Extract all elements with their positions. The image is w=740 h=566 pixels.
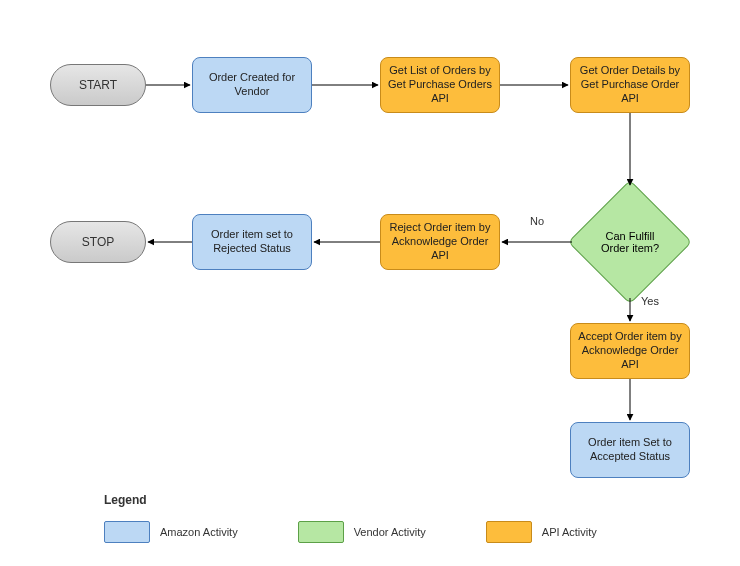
legend-label-amazon: Amazon Activity [160, 526, 238, 538]
node-reject-label: Reject Order item by Acknowledge Order A… [385, 221, 495, 262]
node-can-fulfill: Can Fulfill Order item? [586, 198, 674, 286]
node-accepted-status: Order item Set to Accepted Status [570, 422, 690, 478]
node-accept: Accept Order item by Acknowledge Order A… [570, 323, 690, 379]
legend-label-api: API Activity [542, 526, 597, 538]
legend: Legend Amazon Activity Vendor Activity A… [104, 493, 657, 543]
node-can-fulfill-label: Can Fulfill Order item? [592, 230, 668, 254]
stop-label: STOP [82, 235, 114, 250]
node-reject: Reject Order item by Acknowledge Order A… [380, 214, 500, 270]
node-get-list: Get List of Orders by Get Purchase Order… [380, 57, 500, 113]
node-get-list-label: Get List of Orders by Get Purchase Order… [385, 64, 495, 105]
node-get-details: Get Order Details by Get Purchase Order … [570, 57, 690, 113]
node-get-details-label: Get Order Details by Get Purchase Order … [575, 64, 685, 105]
legend-item-amazon: Amazon Activity [104, 521, 238, 543]
legend-items: Amazon Activity Vendor Activity API Acti… [104, 521, 657, 543]
node-accept-label: Accept Order item by Acknowledge Order A… [575, 330, 685, 371]
node-order-created-label: Order Created for Vendor [197, 71, 307, 99]
stop-terminator: STOP [50, 221, 146, 263]
node-rejected-status: Order item set to Rejected Status [192, 214, 312, 270]
legend-swatch-api [486, 521, 532, 543]
node-rejected-status-label: Order item set to Rejected Status [197, 228, 307, 256]
legend-swatch-amazon [104, 521, 150, 543]
flowchart-canvas: START Order Created for Vendor Get List … [0, 0, 740, 566]
start-label: START [79, 78, 117, 93]
node-accepted-status-label: Order item Set to Accepted Status [575, 436, 685, 464]
legend-label-vendor: Vendor Activity [354, 526, 426, 538]
legend-item-vendor: Vendor Activity [298, 521, 426, 543]
edge-label-no: No [530, 215, 544, 227]
legend-title: Legend [104, 493, 657, 507]
legend-item-api: API Activity [486, 521, 597, 543]
node-order-created: Order Created for Vendor [192, 57, 312, 113]
edge-label-yes: Yes [641, 295, 659, 307]
legend-swatch-vendor [298, 521, 344, 543]
start-terminator: START [50, 64, 146, 106]
